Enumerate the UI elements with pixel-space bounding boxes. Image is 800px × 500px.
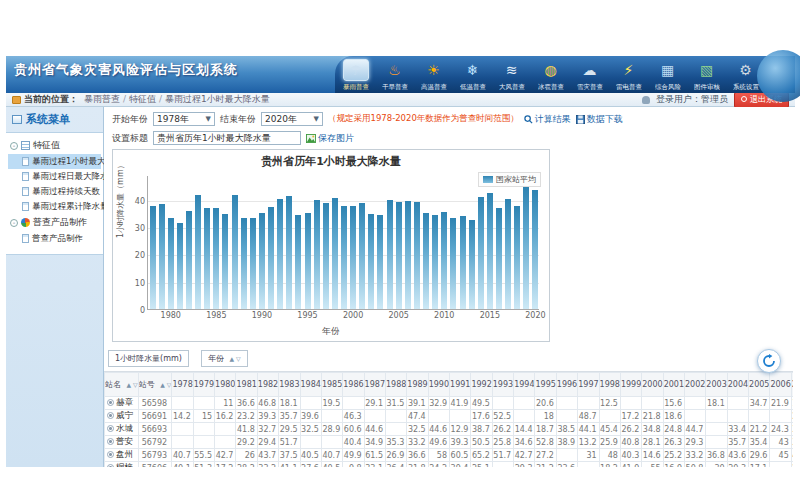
col-year-1980[interactable]: 1980 [215,373,236,397]
sidebar-item[interactable]: 普查产品制作 [8,231,101,246]
refresh-float-button[interactable] [757,349,781,373]
save-image-button[interactable]: 保存图片 [306,132,354,145]
col-year-1998[interactable]: 1998 [599,373,620,397]
nav-item-rainstorm[interactable]: ☂暴雨普查 [336,57,375,93]
bar-1985[interactable] [213,208,219,309]
bar-1992[interactable] [277,199,283,309]
bar-1996[interactable] [314,200,320,309]
bar-1980[interactable] [168,218,174,309]
bar-2000[interactable] [350,206,356,309]
col-year-2004[interactable]: 2004 [727,373,748,397]
bar-1979[interactable] [159,204,165,309]
nav-item-wind[interactable]: ≋大风普查 [492,57,531,93]
bar-2005[interactable] [396,202,402,309]
bar-1978[interactable] [150,206,156,309]
table-row[interactable]: 赫章565981136.646.818.119.529.131.539.132.… [105,397,794,410]
bar-1998[interactable] [332,198,338,309]
col-year-2007[interactable]: 2007 [791,373,793,397]
sidebar-item[interactable]: 暴雨过程累计降水量 [8,199,101,214]
bar-1997[interactable] [323,203,329,309]
bar-2010[interactable] [441,212,447,309]
bar-1999[interactable] [341,206,347,309]
start-year-select[interactable]: 1978年 ▼ [153,112,215,126]
table-row[interactable]: 威宁5669114.21516.223.239.335.739.646.347.… [105,410,794,423]
bar-2002[interactable] [368,214,374,309]
col-year-1996[interactable]: 1996 [556,373,577,397]
row-radio-icon[interactable] [107,412,114,419]
row-radio-icon[interactable] [107,399,114,406]
table-row[interactable]: 盘州5679340.755.542.72643.737.540.540.749.… [105,449,794,462]
table-row[interactable]: 水城5669341.832.729.532.528.960.644.632.54… [105,423,794,436]
tree-group[interactable]: -特征值 [8,137,101,154]
col-year-2003[interactable]: 2003 [706,373,727,397]
table-row[interactable]: 普安5679229.229.451.740.434.935.333.249.63… [105,436,794,449]
breadcrumb-item[interactable]: 暴雨普查 [84,94,120,104]
row-radio-icon[interactable] [107,425,114,432]
bar-2003[interactable] [377,215,383,309]
sort-icons[interactable]: ▲ ▽ [160,381,171,388]
nav-item-settings[interactable]: ⚙系统设置 [726,57,765,93]
bar-2019[interactable] [523,187,529,309]
col-year-1990[interactable]: 1990 [428,373,449,397]
bar-2008[interactable] [423,213,429,309]
nav-item-drought[interactable]: ♨干旱普查 [375,57,414,93]
nav-item-map-review[interactable]: ▧图件审核 [687,57,726,93]
col-year-1999[interactable]: 1999 [620,373,641,397]
col-year-1988[interactable]: 1988 [385,373,406,397]
bar-1981[interactable] [177,223,183,309]
bar-2017[interactable] [505,199,511,309]
bar-2004[interactable] [387,200,393,309]
bar-2012[interactable] [460,216,466,309]
col-year-1986[interactable]: 1986 [343,373,364,397]
breadcrumb-item[interactable]: 特征值 [129,94,156,104]
expand-icon[interactable]: - [10,219,18,227]
bar-1993[interactable] [286,196,292,309]
year-sort-box[interactable]: 年份 ▲ ▽ [201,350,248,367]
row-radio-icon[interactable] [107,438,114,445]
nav-item-risk-calculator[interactable]: ▦综合风险 [648,57,687,93]
col-year-1978[interactable]: 1978 [172,373,193,397]
col-year-1997[interactable]: 1997 [578,373,599,397]
bar-1988[interactable] [241,218,247,309]
bar-2014[interactable] [478,197,484,309]
col-year-1984[interactable]: 1984 [300,373,321,397]
nav-item-hail[interactable]: ◍冰雹普查 [531,57,570,93]
bar-1994[interactable] [295,215,301,309]
bar-2016[interactable] [496,208,502,309]
download-button[interactable]: 数据下载 [576,113,623,126]
bar-1995[interactable] [305,213,311,309]
col-year-2005[interactable]: 2005 [749,373,770,397]
bar-1984[interactable] [204,208,210,309]
col-year-1987[interactable]: 1987 [364,373,385,397]
tree-group[interactable]: -普查产品制作 [8,214,101,231]
row-radio-icon[interactable] [107,464,114,467]
bar-1987[interactable] [232,195,238,309]
col-year-1991[interactable]: 1991 [450,373,471,397]
bar-1991[interactable] [268,207,274,309]
col-year-1979[interactable]: 1979 [193,373,214,397]
col-year-2000[interactable]: 2000 [642,373,663,397]
calculate-button[interactable]: 计算结果 [524,113,571,126]
bar-2007[interactable] [414,202,420,309]
col-year-1982[interactable]: 1982 [257,373,278,397]
station-table-wrap[interactable]: 站名 ▲ ▽站号 ▲ ▽1978197919801981198219831984… [104,371,793,467]
bar-1983[interactable] [195,195,201,309]
bar-1982[interactable] [186,211,192,309]
col-year-1985[interactable]: 1985 [321,373,342,397]
bar-2018[interactable] [514,206,520,309]
bar-1986[interactable] [222,214,228,309]
col-station-name[interactable]: 站名 ▲ ▽ [105,373,139,397]
nav-item-high-temp[interactable]: ☀高温普查 [414,57,453,93]
bar-1990[interactable] [259,213,265,309]
col-year-1995[interactable]: 1995 [535,373,556,397]
col-year-2001[interactable]: 2001 [663,373,684,397]
nav-item-lightning[interactable]: ⚡雷电普查 [609,57,648,93]
col-year-2002[interactable]: 2002 [685,373,706,397]
table-row[interactable]: 桐梓5760640.151.317.228.233.241.127.640.59… [105,462,794,468]
col-station-id[interactable]: 站号 ▲ ▽ [138,373,172,397]
bar-2013[interactable] [469,220,475,309]
value-type-box[interactable]: 1小时降水量(mm) [108,350,189,367]
sidebar-item[interactable]: 暴雨过程持续天数 [8,184,101,199]
sort-icons[interactable]: ▲ ▽ [127,381,138,388]
row-radio-icon[interactable] [107,451,114,458]
